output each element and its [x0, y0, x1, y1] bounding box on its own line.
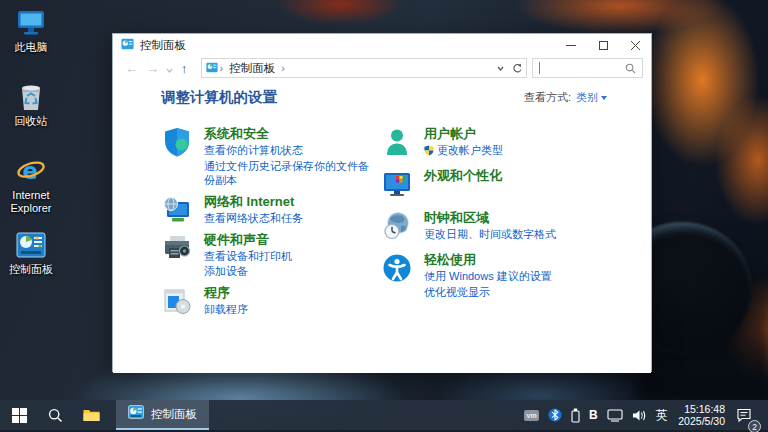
- forward-icon[interactable]: →: [146, 62, 159, 75]
- category-title[interactable]: 系统和安全: [204, 126, 373, 142]
- category-system-security: 系统和安全 查看你的计算机状态 通过文件历史记录保存你的文件备份副本: [161, 126, 373, 188]
- chevron-down-icon: [601, 96, 607, 100]
- internet-explorer-icon: e: [16, 156, 46, 186]
- address-control-panel-icon: [206, 59, 218, 77]
- desktop-icon-label: 控制面板: [9, 263, 53, 276]
- category-title[interactable]: 外观和个性化: [424, 168, 502, 184]
- taskbar-task-label: 控制面板: [151, 407, 197, 422]
- category-title[interactable]: 网络和 Internet: [204, 194, 303, 210]
- vm-label: vm: [524, 410, 539, 421]
- desktop-icon-label: 此电脑: [15, 41, 48, 54]
- system-security-icon[interactable]: [161, 126, 193, 158]
- usb-device-icon[interactable]: [567, 400, 585, 430]
- page-title: 调整计算机的设置: [161, 88, 277, 107]
- category-hardware-sound: 硬件和声音 查看设备和打印机 添加设备: [161, 232, 373, 279]
- taskbar: 控制面板 vm B 英 15:16:48 2025/5/30: [0, 400, 768, 432]
- category-column-left: 系统和安全 查看你的计算机状态 通过文件历史记录保存你的文件备份副本 网络和 I…: [161, 126, 373, 323]
- search-icon: [625, 63, 636, 74]
- start-button[interactable]: [4, 400, 34, 430]
- control-panel-content: 调整计算机的设置 查看方式: 类别 系统和安全 查看你的计算机状态 通过文件: [113, 80, 651, 373]
- category-ease-of-access: 轻松使用 使用 Windows 建议的设置 优化视觉显示: [381, 252, 616, 299]
- breadcrumb-separator: ›: [220, 62, 224, 74]
- svg-text:e: e: [23, 158, 38, 184]
- action-center-icon[interactable]: 2: [731, 400, 756, 430]
- file-explorer-icon[interactable]: [76, 400, 106, 430]
- network-icon[interactable]: [602, 400, 627, 430]
- category-appearance-personalization: 外观和个性化: [381, 168, 616, 200]
- category-link[interactable]: 查看网络状态和任务: [204, 211, 303, 226]
- category-link[interactable]: 查看你的计算机状态: [204, 143, 373, 158]
- wallpaper-shadow: [638, 230, 768, 400]
- desktop-icon-control-panel[interactable]: 控制面板: [0, 230, 62, 276]
- tray-date: 2025/5/30: [678, 415, 725, 427]
- programs-icon[interactable]: [161, 285, 193, 317]
- up-icon[interactable]: ↑: [181, 62, 188, 75]
- maximize-button[interactable]: [587, 34, 619, 56]
- category-clock-region: 时钟和区域 更改日期、时间或数字格式: [381, 210, 616, 242]
- window-titlebar[interactable]: 控制面板: [113, 34, 651, 56]
- control-panel-window: 控制面板 ← → ↑ › 控制面板 ›: [112, 33, 652, 372]
- breadcrumb[interactable]: 控制面板: [229, 61, 275, 76]
- category-title[interactable]: 轻松使用: [424, 252, 552, 268]
- category-link-with-shield[interactable]: 更改帐户类型: [424, 143, 503, 158]
- taskbar-task-control-panel[interactable]: 控制面板: [116, 400, 209, 430]
- address-dropdown-icon[interactable]: [492, 59, 509, 77]
- text-cursor: [539, 62, 540, 74]
- taskbar-search-icon[interactable]: [40, 400, 70, 430]
- category-link[interactable]: 卸载程序: [204, 302, 248, 317]
- category-link[interactable]: 添加设备: [204, 264, 292, 279]
- minimize-button[interactable]: [555, 34, 587, 56]
- window-control-panel-icon: [121, 36, 134, 54]
- ime-indicator[interactable]: 英: [651, 400, 672, 430]
- clock-region-icon[interactable]: [381, 210, 413, 242]
- category-title[interactable]: 程序: [204, 285, 248, 301]
- desktop-icon-internet-explorer[interactable]: e Internet Explorer: [0, 156, 62, 215]
- category-link[interactable]: 优化视觉显示: [424, 285, 552, 300]
- recycle-bin-icon: [16, 82, 46, 112]
- hardware-sound-icon[interactable]: [161, 232, 193, 264]
- back-icon[interactable]: ←: [125, 62, 138, 75]
- category-link[interactable]: 更改帐户类型: [437, 143, 503, 158]
- volume-icon[interactable]: [627, 400, 651, 430]
- network-internet-icon[interactable]: [161, 194, 193, 226]
- notification-badge: 2: [748, 420, 761, 432]
- view-by-value[interactable]: 类别: [576, 90, 598, 105]
- tray-time: 15:16:48: [678, 403, 725, 415]
- category-network-internet: 网络和 Internet 查看网络状态和任务: [161, 194, 373, 226]
- search-input[interactable]: [532, 58, 644, 78]
- breadcrumb-separator[interactable]: ›: [281, 62, 285, 74]
- category-user-accounts: 用户帐户 更改帐户类型: [381, 126, 616, 158]
- user-accounts-icon[interactable]: [381, 126, 413, 158]
- control-panel-icon: [16, 230, 46, 260]
- address-bar[interactable]: › 控制面板 ›: [201, 58, 527, 78]
- this-pc-icon: [16, 8, 46, 38]
- category-column-right: 用户帐户 更改帐户类型 外观和个性化: [381, 126, 616, 309]
- view-by-label: 查看方式:: [524, 90, 571, 105]
- vmware-tools-icon[interactable]: vm: [520, 400, 544, 430]
- desktop-icon-label: 回收站: [15, 115, 48, 128]
- desktop-icon-this-pc[interactable]: 此电脑: [0, 8, 62, 54]
- taskbar-control-panel-icon: [128, 405, 144, 423]
- category-title[interactable]: 时钟和区域: [424, 210, 556, 226]
- refresh-icon[interactable]: [509, 59, 526, 77]
- category-programs: 程序 卸载程序: [161, 285, 373, 317]
- category-title[interactable]: 硬件和声音: [204, 232, 292, 248]
- category-title[interactable]: 用户帐户: [424, 126, 503, 142]
- window-title: 控制面板: [140, 38, 186, 53]
- desktop: 此电脑 回收站 e Internet Explorer 控制面板 控制: [0, 0, 768, 432]
- category-link[interactable]: 查看设备和打印机: [204, 249, 292, 264]
- recent-locations-icon[interactable]: [166, 59, 173, 77]
- navigation-bar: ← → ↑ › 控制面板 ›: [113, 56, 651, 80]
- category-link[interactable]: 更改日期、时间或数字格式: [424, 227, 556, 242]
- tray-app-b-icon[interactable]: B: [585, 400, 603, 430]
- bluetooth-icon[interactable]: [544, 400, 567, 430]
- tray-clock[interactable]: 15:16:48 2025/5/30: [672, 403, 731, 427]
- category-link[interactable]: 通过文件历史记录保存你的文件备份副本: [204, 159, 373, 188]
- ease-of-access-icon[interactable]: [381, 252, 413, 284]
- category-link[interactable]: 使用 Windows 建议的设置: [424, 269, 552, 284]
- close-button[interactable]: [619, 34, 651, 56]
- uac-shield-icon: [424, 145, 434, 156]
- appearance-personalization-icon[interactable]: [381, 168, 413, 200]
- desktop-icon-recycle-bin[interactable]: 回收站: [0, 82, 62, 128]
- desktop-icon-label: Internet Explorer: [1, 189, 61, 215]
